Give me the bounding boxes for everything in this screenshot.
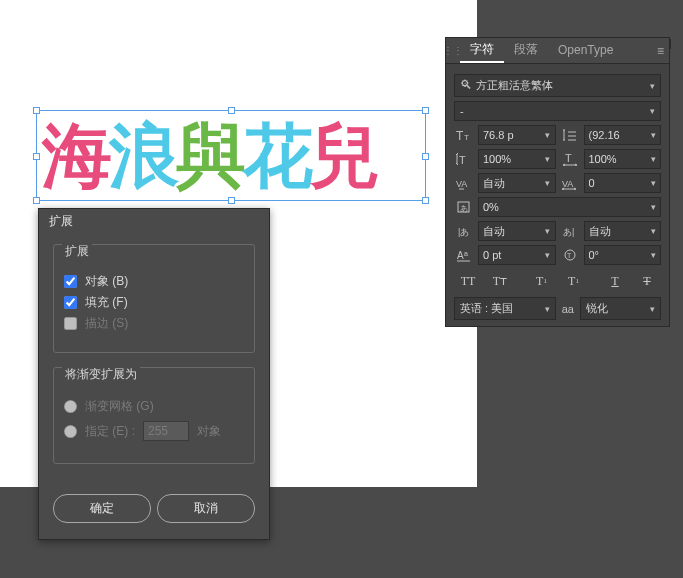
- stroke-label: 描边 (S): [85, 315, 128, 332]
- specify-suffix: 对象: [197, 423, 221, 440]
- dialog-button-row: 确定 取消: [39, 494, 269, 539]
- ok-button[interactable]: 确定: [53, 494, 151, 523]
- tsume-icon: あ: [454, 198, 474, 216]
- antialiasing-select[interactable]: 锐化 ▾: [580, 297, 661, 320]
- char-3: 與: [176, 118, 243, 195]
- font-size-input[interactable]: ▾: [478, 125, 556, 145]
- object-label: 对象 (B): [85, 273, 128, 290]
- handle-mid-left[interactable]: [33, 153, 40, 160]
- svg-text:VA: VA: [562, 179, 573, 189]
- baseline-shift-icon: Aa: [454, 246, 474, 264]
- vertical-scale-icon: T: [454, 150, 474, 168]
- language-select[interactable]: 英语 : 美国 ▾: [454, 297, 556, 320]
- chevron-down-icon[interactable]: ▾: [541, 250, 555, 260]
- object-checkbox[interactable]: [64, 275, 77, 288]
- superscript-button[interactable]: T1: [528, 271, 556, 291]
- stroke-checkbox-row: 描边 (S): [64, 315, 244, 332]
- svg-text:T: T: [459, 154, 466, 166]
- svg-text:あ: あ: [460, 204, 468, 213]
- char-1: 海: [42, 118, 109, 195]
- expand-dialog: 扩展 扩展 对象 (B) 填充 (F) 描边 (S) 将渐变扩展为 渐变网格 (…: [38, 208, 270, 540]
- handle-bot-right[interactable]: [422, 197, 429, 204]
- aki-left-icon: |あ: [454, 222, 474, 240]
- handle-top-left[interactable]: [33, 107, 40, 114]
- fill-checkbox-row[interactable]: 填充 (F): [64, 294, 244, 311]
- chevron-down-icon[interactable]: ▾: [646, 130, 660, 140]
- tsume-row: あ ▾: [454, 197, 661, 217]
- leading-icon: [560, 126, 580, 144]
- svg-text:あ|: あ|: [563, 227, 574, 237]
- cancel-button[interactable]: 取消: [157, 494, 255, 523]
- aki-left-input[interactable]: ▾: [478, 221, 556, 241]
- specify-label: 指定 (E) :: [85, 423, 135, 440]
- handle-mid-right[interactable]: [422, 153, 429, 160]
- search-icon: 🔍︎: [460, 78, 472, 92]
- leading-input[interactable]: ▾: [584, 125, 662, 145]
- panel-menu-icon[interactable]: ≡: [657, 44, 664, 58]
- tab-character[interactable]: 字符: [460, 38, 504, 63]
- svg-text:T: T: [565, 152, 572, 164]
- chevron-down-icon[interactable]: ▾: [646, 202, 660, 212]
- tracking-icon: VA: [560, 174, 580, 192]
- font-style-row: - ▾: [454, 101, 661, 121]
- horizontal-scale-icon: T: [560, 150, 580, 168]
- svg-text:T: T: [567, 252, 572, 259]
- panel-header[interactable]: ⋮⋮ 字符 段落 OpenType ≡: [446, 38, 669, 64]
- object-checkbox-row[interactable]: 对象 (B): [64, 273, 244, 290]
- char-5: 兒: [310, 118, 377, 195]
- dialog-title: 扩展: [39, 209, 269, 234]
- tsume-input[interactable]: ▾: [478, 197, 661, 217]
- all-caps-button[interactable]: TT: [454, 271, 482, 291]
- chevron-down-icon[interactable]: ▾: [541, 130, 555, 140]
- expand-legend: 扩展: [62, 243, 92, 260]
- handle-bot-left[interactable]: [33, 197, 40, 204]
- chevron-down-icon[interactable]: ▾: [541, 178, 555, 188]
- gradient-mesh-row: 渐变网格 (G): [64, 398, 244, 415]
- svg-text:|あ: |あ: [458, 227, 469, 237]
- font-family-select[interactable]: 🔍︎方正粗活意繁体 ▾: [454, 74, 661, 97]
- char-4: 花: [243, 118, 310, 195]
- chevron-down-icon[interactable]: ▾: [646, 178, 660, 188]
- strikethrough-button[interactable]: T: [633, 271, 661, 291]
- gradient-mesh-radio: [64, 400, 77, 413]
- chevron-down-icon: ▾: [650, 106, 655, 116]
- aki-right-input[interactable]: ▾: [584, 221, 662, 241]
- tab-paragraph[interactable]: 段落: [504, 38, 548, 63]
- expand-fieldset: 扩展 对象 (B) 填充 (F) 描边 (S): [53, 244, 255, 353]
- tab-opentype[interactable]: OpenType: [548, 38, 623, 63]
- tracking-input[interactable]: ▾: [584, 173, 662, 193]
- chevron-down-icon[interactable]: ▾: [541, 154, 555, 164]
- kerning-input[interactable]: ▾: [478, 173, 556, 193]
- chevron-down-icon[interactable]: ▾: [646, 250, 660, 260]
- fill-checkbox[interactable]: [64, 296, 77, 309]
- char-rotation-icon: T: [560, 246, 580, 264]
- drag-handle-icon[interactable]: ⋮⋮: [446, 38, 460, 63]
- small-caps-button[interactable]: Tᴛ: [486, 271, 514, 291]
- svg-text:VA: VA: [456, 179, 467, 189]
- language-aa-row: 英语 : 美国 ▾ aa 锐化 ▾: [454, 297, 661, 320]
- chevron-down-icon[interactable]: ▾: [646, 154, 660, 164]
- gradient-legend: 将渐变扩展为: [62, 366, 140, 383]
- aki-row: |あ ▾ あ| ▾: [454, 221, 661, 241]
- chevron-down-icon[interactable]: ▾: [646, 226, 660, 236]
- aki-right-icon: あ|: [560, 222, 580, 240]
- handle-top-right[interactable]: [422, 107, 429, 114]
- char-rotation-input[interactable]: ▾: [584, 245, 662, 265]
- svg-text:T: T: [464, 133, 469, 142]
- svg-text:a: a: [464, 250, 468, 257]
- subscript-button[interactable]: T1: [560, 271, 588, 291]
- antialiasing-label: aa: [562, 303, 574, 315]
- chevron-down-icon: ▾: [545, 304, 550, 314]
- character-panel: ⋮⋮ 字符 段落 OpenType ≡ 🔍︎方正粗活意繁体 ▾ - ▾ TT ▾…: [445, 37, 670, 327]
- chevron-down-icon[interactable]: ▾: [541, 226, 555, 236]
- font-style-select[interactable]: - ▾: [454, 101, 661, 121]
- type-object[interactable]: 海浪與花兒: [42, 110, 377, 204]
- vertical-scale-input[interactable]: ▾: [478, 149, 556, 169]
- underline-button[interactable]: T: [601, 271, 629, 291]
- font-style-value: -: [460, 105, 464, 117]
- baseline-shift-input[interactable]: ▾: [478, 245, 556, 265]
- panel-body: 🔍︎方正粗活意繁体 ▾ - ▾ TT ▾ ▾ T ▾ T ▾ VA ▾ VA: [446, 64, 669, 326]
- horizontal-scale-input[interactable]: ▾: [584, 149, 662, 169]
- fill-label: 填充 (F): [85, 294, 128, 311]
- chevron-down-icon: ▾: [650, 304, 655, 314]
